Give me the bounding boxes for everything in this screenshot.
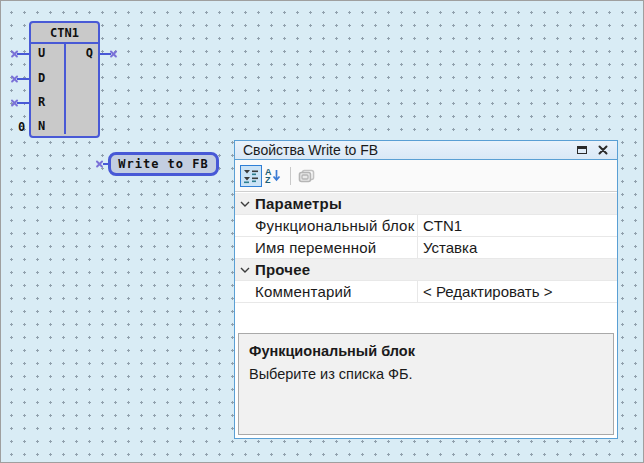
fb-input-pin-d[interactable]: D [38,71,45,85]
maximize-button[interactable] [577,146,587,154]
unconnected-marker-icon-write[interactable] [95,159,104,168]
fb-block-body: U D R N Q [31,44,98,134]
property-value-function-block[interactable]: CTN1 [417,215,617,236]
property-row-variable-name[interactable]: Имя переменной Уставка [235,237,617,259]
pin-n-constant-value[interactable]: 0 [18,120,25,134]
section-label: Прочее [255,261,310,278]
unconnected-marker-icon-q[interactable] [109,49,118,58]
property-label: Функциональный блок [255,217,417,234]
description-title: Функциональный блок [249,343,603,359]
fb-input-pin-r[interactable]: R [38,95,45,109]
description-pane: Функциональный блок Выберите из списка Ф… [238,333,614,435]
toolbar-separator [290,167,291,185]
section-row-parameters[interactable]: Параметры [235,193,617,215]
categorized-icon [243,168,259,184]
diagram-canvas[interactable]: CTN1 U D R N Q 0 Write to FB Свойства Wr… [0,0,644,463]
unconnected-marker-icon-u[interactable] [10,49,19,58]
properties-toolbar: A Z [235,160,617,192]
section-label: Параметры [255,195,342,212]
property-label: Комментарий [255,283,417,300]
categorized-view-button[interactable] [240,165,262,187]
fb-input-pin-u[interactable]: U [38,46,45,60]
close-button[interactable] [598,145,608,155]
property-label: Имя переменной [255,239,417,256]
property-row-function-block[interactable]: Функциональный блок CTN1 [235,215,617,237]
property-pages-icon [297,168,315,184]
property-pages-button-disabled [295,165,317,187]
chevron-down-icon[interactable] [235,267,255,273]
property-row-comment[interactable]: Комментарий < Редактировать > [235,281,617,303]
unconnected-marker-icon-d[interactable] [10,74,19,83]
property-value-comment[interactable]: < Редактировать > [417,281,617,302]
properties-panel-titlebar[interactable]: Свойства Write to FB [235,141,617,160]
sort-az-icon: A Z [265,168,281,184]
function-block-ctn1[interactable]: CTN1 U D R N Q [29,21,100,138]
properties-panel: Свойства Write to FB [234,140,618,439]
write-to-fb-block[interactable]: Write to FB [108,152,219,176]
fb-input-pin-n[interactable]: N [38,119,45,133]
properties-panel-title: Свойства Write to FB [243,142,378,158]
chevron-down-icon[interactable] [235,201,255,207]
fb-column-divider [64,44,66,134]
description-text: Выберите из списка ФБ. [249,366,603,382]
section-row-other[interactable]: Прочее [235,259,617,281]
fb-output-pin-q[interactable]: Q [86,46,93,60]
property-grid: Параметры Функциональный блок CTN1 Имя п… [235,193,617,333]
sort-arrow-icon [265,168,281,184]
property-value-variable-name[interactable]: Уставка [417,237,617,258]
maximize-icon [577,146,587,154]
alphabetical-sort-button[interactable]: A Z [262,165,284,187]
unconnected-marker-icon-r[interactable] [10,98,19,107]
close-icon [598,145,608,155]
fb-block-title: CTN1 [31,23,98,44]
